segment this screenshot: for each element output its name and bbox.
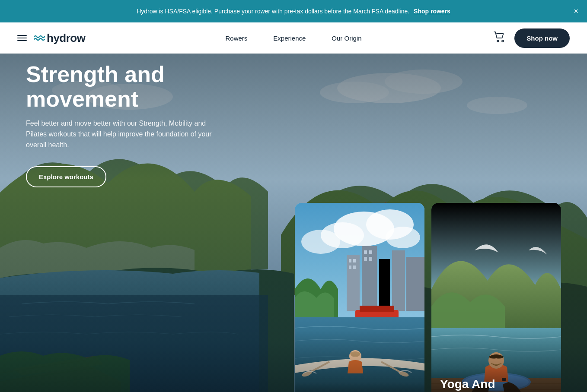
banner-close-button[interactable]: × [574,7,578,15]
main-navbar: hydrow Rowers Experience Our Origin Shop… [0,22,587,54]
rowing-card[interactable]: Rowing [295,203,424,392]
banner-message: Hydrow is HSA/FSA eligible. Purchase you… [17,8,570,15]
hero-title: Strength and movement [26,62,233,111]
hero-subtitle: Feel better and move better with our Str… [26,118,225,150]
shop-rowers-link[interactable]: Shop rowers [414,8,450,15]
svg-point-1 [502,40,504,42]
yoga-card-label: Yoga AndAwareness [431,368,561,392]
nav-link-our-origin[interactable]: Our Origin [332,35,361,42]
logo-text: hydrow [47,32,85,45]
svg-rect-51 [295,203,424,392]
navbar-left: hydrow [17,32,85,45]
rowing-card-label: Rowing [295,383,424,392]
nav-link-experience[interactable]: Experience [273,35,306,42]
navbar-center: Rowers Experience Our Origin [225,35,361,42]
hero-content: Strength and movement Feel better and mo… [0,54,259,196]
hero-section: Strength and movement Feel better and mo… [0,54,587,392]
workout-cards-container: Rowing [295,203,587,392]
svg-point-0 [497,40,499,42]
nav-link-rowers[interactable]: Rowers [225,35,247,42]
yoga-card-image [431,203,561,392]
cart-icon[interactable] [494,31,506,45]
explore-workouts-button[interactable]: Explore workouts [26,166,106,187]
shop-now-button[interactable]: Shop now [514,28,570,48]
logo-wave-icon [34,33,45,43]
navbar-right: Shop now [494,28,570,48]
svg-rect-67 [431,203,561,392]
hamburger-menu-button[interactable] [17,35,27,41]
banner-text: Hydrow is HSA/FSA eligible. Purchase you… [137,8,409,15]
rowing-card-image [295,203,424,392]
yoga-card[interactable]: Yoga AndAwareness [431,203,561,392]
logo[interactable]: hydrow [34,32,85,45]
announcement-banner: Hydrow is HSA/FSA eligible. Purchase you… [0,0,587,22]
